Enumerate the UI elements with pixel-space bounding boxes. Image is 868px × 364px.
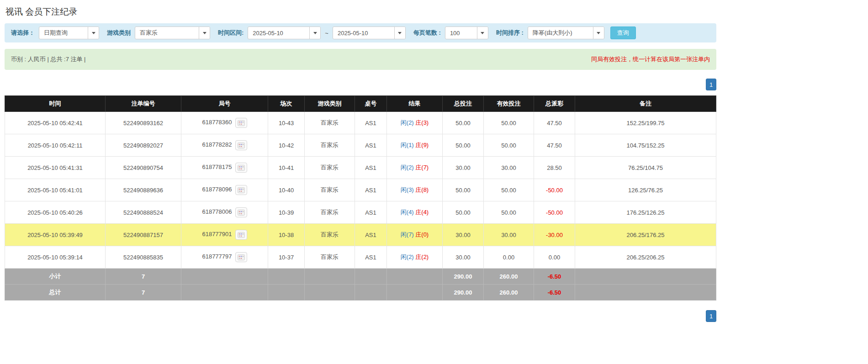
- footer-count: 7: [106, 285, 181, 301]
- page-1-button[interactable]: 1: [706, 79, 716, 90]
- cell-total-bet[interactable]: 50.00: [443, 112, 484, 134]
- footer-empty: [181, 269, 268, 285]
- footer-payout: -6.50: [534, 269, 575, 285]
- cell-round-no: 618778006: [181, 201, 268, 224]
- footer-empty: [268, 269, 305, 285]
- player-result: 闲(4): [401, 209, 414, 216]
- summary-bar: 币别 : 人民币 | 总共 :7 注单 | 同局有效投注，统一计算在该局第一张注…: [5, 49, 716, 70]
- table-row: 2025-05-10 05:39:14522490885835618777797…: [5, 246, 716, 269]
- cell-table-no: AS1: [355, 112, 387, 134]
- cell-round-no: 618778282: [181, 134, 268, 157]
- cell-table-no: AS1: [355, 201, 387, 224]
- game-type-value: 百家乐: [135, 27, 199, 39]
- chevron-down-icon[interactable]: [88, 27, 99, 39]
- date-to-input[interactable]: 2025-05-10: [333, 26, 406, 39]
- page-size-select[interactable]: 100: [445, 26, 488, 39]
- roadmap-icon[interactable]: [235, 140, 247, 150]
- cell-payout: 28.50: [534, 157, 575, 179]
- chevron-down-icon[interactable]: [477, 27, 488, 39]
- cell-bet-no: 522490888524: [106, 201, 181, 224]
- chevron-down-icon[interactable]: [593, 27, 604, 39]
- page-1-button[interactable]: 1: [706, 310, 716, 322]
- pagination-bottom: 1: [5, 310, 716, 322]
- cell-total-bet[interactable]: 30.00: [443, 224, 484, 246]
- date-from-input[interactable]: 2025-05-10: [248, 26, 321, 39]
- cell-table-no: AS1: [355, 224, 387, 246]
- time-sort-label: 时间排序 :: [496, 29, 524, 37]
- cell-bet-no: 522490890754: [106, 157, 181, 179]
- banker-result: 庄(2): [415, 253, 429, 260]
- chevron-down-icon[interactable]: [394, 27, 405, 39]
- cell-note: 126.25/76.25: [575, 179, 716, 201]
- footer-label: 总计: [5, 285, 106, 301]
- column-header: 局号: [181, 96, 268, 112]
- pagination-top: 1: [5, 79, 716, 90]
- cell-time: 2025-05-10 05:41:31: [5, 157, 106, 179]
- column-header: 场次: [268, 96, 305, 112]
- banker-result: 庄(7): [415, 164, 429, 171]
- search-button[interactable]: 查询: [610, 26, 636, 39]
- cell-valid-bet: 50.00: [484, 201, 534, 224]
- table-header-row: 时间注单编号局号场次游戏类别桌号结果总投注有效投注总派彩备注: [5, 96, 716, 112]
- cell-round-no: 618778360: [181, 112, 268, 134]
- cell-result: 闲(1) 庄(9): [387, 134, 443, 157]
- roadmap-icon[interactable]: [235, 118, 247, 128]
- footer-total-bet: 290.00: [443, 285, 484, 301]
- cell-session: 10-41: [268, 157, 305, 179]
- time-sort-select[interactable]: 降幂(由大到小): [528, 26, 604, 39]
- cell-table-no: AS1: [355, 157, 387, 179]
- cell-total-bet[interactable]: 50.00: [443, 179, 484, 201]
- column-header: 游戏类别: [305, 96, 355, 112]
- table-footer: 小计7290.00260.00-6.50总计7290.00260.00-6.50: [5, 269, 716, 301]
- currency-total-text: 币别 : 人民币 | 总共 :7 注单 |: [11, 55, 86, 63]
- roadmap-icon[interactable]: [235, 252, 247, 262]
- cell-bet-no: 522490889636: [106, 179, 181, 201]
- player-result: 闲(2): [401, 119, 414, 126]
- roadmap-icon[interactable]: [235, 230, 247, 240]
- cell-total-bet[interactable]: 50.00: [443, 201, 484, 224]
- chevron-down-icon[interactable]: [309, 27, 320, 39]
- cell-time: 2025-05-10 05:39:49: [5, 224, 106, 246]
- cell-total-bet[interactable]: 50.00: [443, 134, 484, 157]
- table-row: 2025-05-10 05:39:49522490887157618777901…: [5, 224, 716, 246]
- time-sort-value: 降幂(由大到小): [528, 27, 593, 39]
- cell-result: 闲(2) 庄(3): [387, 112, 443, 134]
- column-header: 时间: [5, 96, 106, 112]
- footer-empty: [268, 285, 305, 301]
- game-type-select[interactable]: 百家乐: [135, 26, 210, 39]
- player-result: 闲(2): [401, 164, 414, 171]
- cell-time: 2025-05-10 05:40:26: [5, 201, 106, 224]
- round-no-text: 618778175: [202, 164, 232, 170]
- roadmap-icon[interactable]: [235, 185, 247, 195]
- page-title: 视讯 会员下注纪录: [5, 6, 716, 18]
- cell-result: 闲(2) 庄(7): [387, 157, 443, 179]
- cell-session: 10-40: [268, 179, 305, 201]
- cell-total-bet[interactable]: 30.00: [443, 246, 484, 269]
- date-range-label: 时间区间:: [218, 29, 243, 37]
- query-type-select[interactable]: 日期查询: [39, 26, 99, 39]
- chevron-down-icon[interactable]: [199, 27, 210, 39]
- cell-bet-no: 522490885835: [106, 246, 181, 269]
- roadmap-icon[interactable]: [235, 207, 247, 217]
- footer-payout: -6.50: [534, 285, 575, 301]
- round-no-text: 618778096: [202, 186, 232, 193]
- cell-payout: -30.00: [534, 224, 575, 246]
- page-container: 视讯 会员下注纪录 请选择： 日期查询 游戏类别 百家乐 时间区间: 2025-…: [5, 6, 716, 322]
- cell-payout: -50.00: [534, 201, 575, 224]
- cell-time: 2025-05-10 05:42:11: [5, 134, 106, 157]
- filter-bar: 请选择： 日期查询 游戏类别 百家乐 时间区间: 2025-05-10 ~ 20…: [5, 23, 716, 42]
- roadmap-icon[interactable]: [235, 163, 247, 173]
- cell-note: 206.25/176.25: [575, 224, 716, 246]
- cell-note: 104.75/152.25: [575, 134, 716, 157]
- banker-result: 庄(4): [415, 209, 429, 216]
- cell-note: 76.25/104.75: [575, 157, 716, 179]
- cell-round-no: 618777901: [181, 224, 268, 246]
- cell-total-bet[interactable]: 30.00: [443, 157, 484, 179]
- footer-empty: [387, 269, 443, 285]
- player-result: 闲(3): [401, 186, 414, 193]
- footer-empty: [355, 285, 387, 301]
- banker-result: 庄(8): [415, 186, 429, 193]
- cell-valid-bet: 0.00: [484, 246, 534, 269]
- date-to-value: 2025-05-10: [333, 27, 394, 39]
- cell-note: 176.25/126.25: [575, 201, 716, 224]
